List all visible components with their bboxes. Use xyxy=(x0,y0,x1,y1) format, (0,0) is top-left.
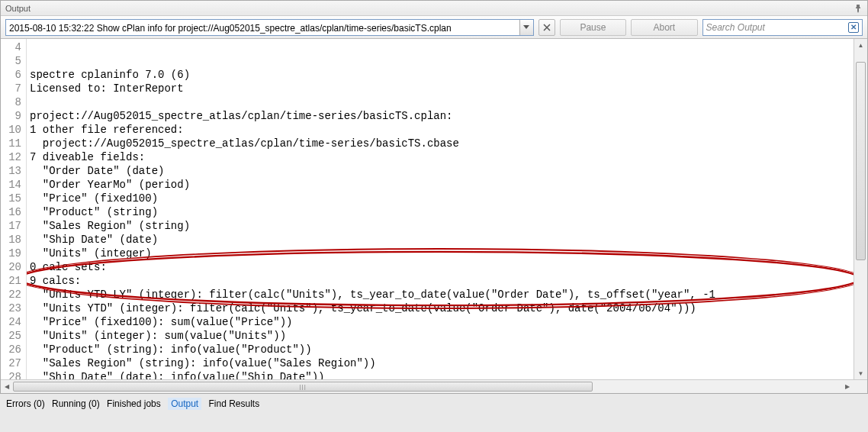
line-gutter: 4567891011121314151617181920212223242526… xyxy=(1,39,27,379)
code-line: "Price" (fixed100): sum(value("Price")) xyxy=(30,315,850,329)
code-line: 7 diveable fields: xyxy=(30,150,850,164)
code-line: "Order YearMo" (period) xyxy=(30,178,850,192)
output-toolbar: 2015-08-10 15:32:22 Show cPlan info for … xyxy=(1,16,867,39)
code-area: 4567891011121314151617181920212223242526… xyxy=(1,39,867,379)
pause-button[interactable]: Pause xyxy=(560,19,626,36)
tab-finished[interactable]: Finished jobs xyxy=(107,398,161,409)
scroll-up-icon[interactable]: ▲ xyxy=(854,39,867,51)
pin-icon[interactable] xyxy=(854,4,863,13)
code-line: project://Aug052015_spectre_atlas/cplan/… xyxy=(30,109,850,123)
tab-running[interactable]: Running (0) xyxy=(52,398,100,409)
panel-titlebar: Output xyxy=(1,1,867,16)
history-combo[interactable]: 2015-08-10 15:32:22 Show cPlan info for … xyxy=(5,19,534,36)
tab-errors[interactable]: Errors (0) xyxy=(6,398,45,409)
code-line: "Ship Date" (date) xyxy=(30,233,850,247)
code-line: "Product" (string) xyxy=(30,205,850,219)
clear-button[interactable] xyxy=(538,19,555,36)
search-placeholder: Search Output xyxy=(706,22,849,33)
code-line: spectre cplaninfo 7.0 (6) xyxy=(30,68,850,82)
clear-search-icon[interactable]: ✕ xyxy=(848,22,859,33)
tab-find-results[interactable]: Find Results xyxy=(209,398,260,409)
scroll-left-icon[interactable]: ◀ xyxy=(1,380,13,393)
code-line: "Units" (integer): sum(value("Units")) xyxy=(30,329,850,343)
vertical-scrollbar[interactable]: ▲ ▼ xyxy=(854,39,867,379)
code-line: 0 calc sets: xyxy=(30,260,850,274)
code-content[interactable]: spectre cplaninfo 7.0 (6)Licensed to: In… xyxy=(27,39,854,379)
bottom-tabs: Errors (0) Running (0) Finished jobs Out… xyxy=(0,394,868,414)
code-line: project://Aug052015_spectre_atlas/cplan/… xyxy=(30,137,850,150)
output-panel: Output 2015-08-10 15:32:22 Show cPlan in… xyxy=(0,0,868,394)
code-line: "Price" (fixed100) xyxy=(30,192,850,205)
vscroll-thumb[interactable] xyxy=(856,62,866,260)
scroll-right-icon[interactable]: ▶ xyxy=(841,380,854,393)
code-line: "Order Date" (date) xyxy=(30,164,850,178)
code-line: "Units YTD LY" (integer): filter(calc("U… xyxy=(30,288,850,301)
code-line: "Sales Region" (string): info(value("Sal… xyxy=(30,356,850,370)
code-line: "Ship Date" (date): info(value("Ship Dat… xyxy=(30,370,850,379)
combo-text: 2015-08-10 15:32:22 Show cPlan info for … xyxy=(6,20,519,35)
code-line: "Sales Region" (string) xyxy=(30,219,850,233)
tab-output[interactable]: Output xyxy=(168,398,201,410)
horizontal-scrollbar[interactable]: ◀ ||| ▶ xyxy=(1,379,867,393)
abort-button[interactable]: Abort xyxy=(631,19,697,36)
code-line: "Product" (string): info(value("Product"… xyxy=(30,343,850,356)
code-line: Licensed to: InterReport xyxy=(30,82,850,95)
code-line: "Units" (integer) xyxy=(30,247,850,260)
hscroll-track[interactable]: ||| xyxy=(13,380,841,393)
code-line: "Units YTD" (integer): filter(calc("Unit… xyxy=(30,301,850,315)
code-line: 1 other file referenced: xyxy=(30,123,850,137)
chevron-down-icon[interactable] xyxy=(519,20,533,35)
code-line xyxy=(30,95,850,109)
search-input[interactable]: Search Output ✕ xyxy=(702,19,863,36)
code-line: 9 calcs: xyxy=(30,274,850,288)
scroll-down-icon[interactable]: ▼ xyxy=(854,367,867,379)
hscroll-thumb[interactable]: ||| xyxy=(13,382,593,392)
panel-title: Output xyxy=(5,4,31,13)
